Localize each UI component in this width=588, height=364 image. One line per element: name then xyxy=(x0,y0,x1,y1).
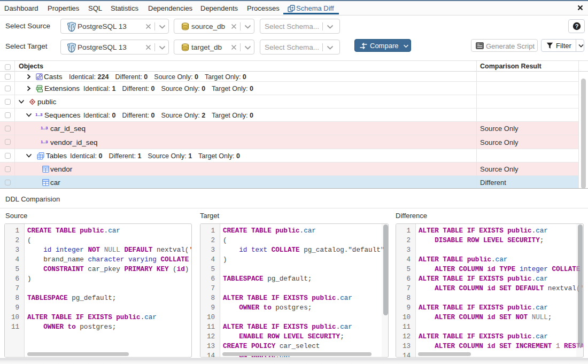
svg-text:?: ? xyxy=(575,23,579,29)
